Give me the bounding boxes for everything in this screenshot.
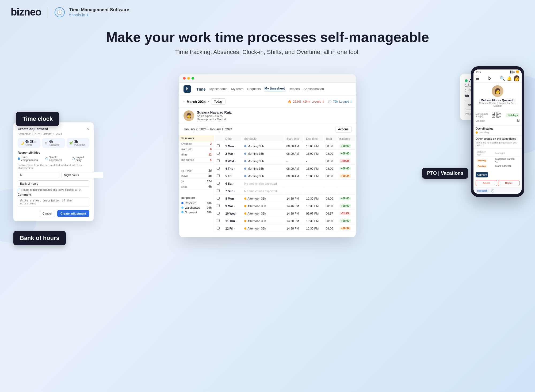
pending-dot (476, 131, 478, 134)
app-logo: b (184, 85, 191, 93)
issue-row-3: rtime 12 (179, 152, 214, 157)
row-check[interactable] (215, 188, 223, 195)
approval-status-2: Pending (476, 164, 494, 168)
approval-row-1: Pending Macarena Carrion C... (476, 157, 519, 164)
approval-manager-2: Mario Sanchez (494, 164, 519, 168)
issues-spacer-2 (179, 189, 214, 195)
radio-payroll[interactable]: Payroll entry (72, 156, 89, 162)
stat-hours: 🕐 72h Logged ℹ (328, 100, 351, 103)
radio-time-comp[interactable]: Time compensation (18, 156, 43, 162)
row-check[interactable] (215, 150, 223, 157)
approval-row-2: Pending Mario Sanchez (476, 164, 519, 168)
flame-icon: 🔥 (288, 100, 292, 103)
row-check[interactable] (215, 158, 223, 165)
time-table: Date Schedule Start time End time Total … (214, 135, 356, 232)
table-row: 3 Wed › Morning 35h - - 00:00 -08:00 (215, 158, 355, 165)
radio-circle-2 (45, 157, 48, 160)
comment-textarea[interactable] (18, 197, 89, 207)
row-end: 16:00 PM (304, 165, 323, 172)
modal-header: Create adjustment ✕ (18, 127, 89, 131)
hamburger-icon[interactable]: ☰ (476, 76, 479, 81)
row-total (324, 180, 337, 187)
row-check[interactable] (215, 195, 223, 202)
holiday-badge: Holidays (506, 113, 519, 117)
modal-close-button[interactable]: ✕ (86, 127, 89, 131)
row-check[interactable] (215, 203, 223, 209)
table-row: 4 Thu › Morning 35h 08:00 AM 16:00 PM 08… (215, 165, 355, 172)
row-start: - (284, 158, 303, 165)
current-month: March 2024 (187, 100, 206, 104)
bell-icon[interactable]: 🔔 (507, 76, 512, 81)
search-icon[interactable]: 🔍 (500, 76, 505, 81)
approve-btn-row: Approve (473, 171, 522, 178)
stat-label2: Logged (339, 100, 349, 103)
delete-button[interactable]: Delete (476, 180, 497, 186)
col-check (215, 135, 223, 142)
project-hours-no: 16h (207, 211, 212, 214)
stat-pct: 22,9% (293, 100, 301, 103)
nav-administration[interactable]: Administration (304, 87, 324, 91)
row-check[interactable] (215, 165, 223, 172)
browser-dot-red (183, 77, 186, 80)
row-balance: +00:00 (337, 218, 355, 224)
row-check[interactable] (215, 225, 223, 232)
row-date: 3 Wed › (223, 158, 242, 165)
row-total: 06:37 (324, 210, 337, 217)
radio-simple[interactable]: Simple adjustment (45, 156, 70, 162)
approval-manager-1: Macarena Carrion C... (494, 157, 519, 164)
nav-reports[interactable]: Reports (289, 87, 300, 91)
absence-type-input[interactable] (18, 180, 89, 187)
row-check[interactable] (215, 143, 223, 150)
nav-my-schedule[interactable]: My schedule (209, 87, 227, 91)
round-checkbox[interactable]: Round remaining minutes and leave balanc… (18, 188, 89, 191)
row-end: 16:00 PM (304, 150, 323, 157)
schedule-dot (244, 145, 246, 147)
row-total: 08:00 (324, 173, 337, 180)
browser-dot-yellow (187, 77, 190, 80)
mobile-nav-icons: 🔍 🔔 👩 (500, 75, 519, 81)
nav-my-timesheet[interactable]: My timesheet (265, 87, 285, 91)
row-start: 08:00 AM (284, 150, 303, 157)
type-of-hours-input[interactable] (62, 172, 103, 178)
row-schedule: Morning 35h (242, 150, 284, 157)
table-row: 10 Wed › Afternoon 35h 14:30 PM 09:07 PM… (215, 210, 355, 217)
row-start (284, 188, 303, 195)
row-check[interactable] (215, 173, 223, 180)
schedule-dot (244, 160, 246, 162)
actions-button[interactable]: Actions (335, 126, 351, 133)
create-adjustment-button[interactable]: Create adjustment (57, 210, 89, 217)
cancel-button[interactable]: Cancel (39, 210, 55, 217)
mobile-status-section: Overall status Pending (473, 126, 522, 136)
table-body: 1 Mon › Morning 35h 08:00 AM 16:00 PM 08… (215, 143, 355, 232)
row-check[interactable] (215, 210, 223, 217)
approve-button[interactable]: Approve (476, 172, 488, 177)
mobile-status-pending: Pending (476, 131, 519, 134)
modal-description: Subtract time from the accumulated total… (18, 164, 89, 170)
row-check[interactable] (215, 218, 223, 224)
clock-icon: 🕐 (55, 7, 65, 17)
issue-row-5: se move 2d (179, 168, 214, 173)
table-row: 8 Mon › Afternoon 35h 14:30 PM 10:30 PM … (215, 195, 355, 202)
schedule-dot (244, 212, 246, 215)
schedule-dot (244, 197, 246, 200)
today-button[interactable]: Today (211, 98, 226, 105)
issue-row-7: ys 12d (179, 179, 214, 184)
row-end: 10:30 PM (304, 218, 323, 224)
project-name-research: Research (185, 202, 196, 205)
row-total: 08:00 (324, 150, 337, 157)
row-end: - (304, 158, 323, 165)
mobile-user-role: Resident Doctor (Hospital La Paz - Madri… (476, 102, 519, 107)
row-check[interactable] (215, 180, 223, 187)
hours-input[interactable] (18, 172, 59, 178)
nav-requests[interactable]: Requests (247, 87, 261, 91)
mobile-nav-avatar[interactable]: 👩 (514, 75, 519, 81)
nav-my-team[interactable]: My team (231, 87, 243, 91)
nights-value: 6h 38m (25, 140, 36, 143)
next-month-arrow[interactable]: › (208, 100, 209, 103)
prev-month-arrow[interactable]: ‹ (184, 100, 185, 103)
modal-footer: Cancel Create adjustment (18, 210, 89, 217)
mobile-icons: ▐▐ ◉ 📶 (509, 71, 519, 73)
mobile-approval-section: Status of appr... Manager Pending Macare… (473, 149, 522, 171)
reject-button[interactable]: Reject (498, 180, 519, 186)
stat-pill-additional: ⏱ 4h Additiona (42, 138, 65, 148)
